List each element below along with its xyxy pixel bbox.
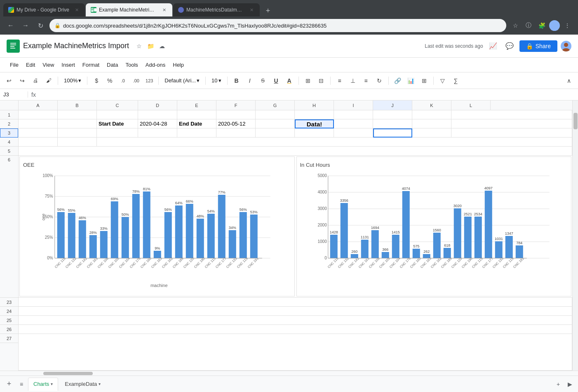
tab-drive-close[interactable]: ✕ (73, 7, 80, 13)
menu-dots-button[interactable]: ⋮ (562, 20, 573, 31)
tab-mm[interactable]: MachineMetricsDataImport ✕ (173, 3, 260, 16)
bold-button[interactable]: B (231, 75, 242, 86)
user-avatar[interactable] (561, 41, 571, 51)
borders-button[interactable]: ⊞ (302, 75, 314, 86)
cell-c3[interactable] (97, 128, 138, 138)
cell-a1[interactable] (19, 110, 58, 119)
url-bar[interactable]: 🔒 docs.google.com/spreadsheets/d/1j8n2rK… (49, 19, 506, 32)
menu-help[interactable]: Help (169, 60, 187, 70)
valign-button[interactable]: ⊥ (347, 75, 359, 86)
cells-row25[interactable] (19, 316, 572, 325)
zoom-select[interactable]: 100% ▾ (61, 75, 84, 86)
cell-g2[interactable] (256, 119, 295, 128)
forward-button[interactable]: → (20, 20, 31, 31)
underline-button[interactable]: U (270, 75, 282, 86)
cell-k2[interactable] (412, 119, 451, 128)
sheet-list-button[interactable]: ≡ (16, 379, 26, 389)
halign-button[interactable]: ≡ (334, 75, 345, 86)
filter-button[interactable]: ▽ (437, 75, 449, 86)
cell-f2[interactable]: 2020-05-12 (216, 119, 256, 128)
menu-data[interactable]: Data (103, 60, 121, 70)
menu-view[interactable]: View (39, 60, 57, 70)
scrollbar-thumb[interactable] (573, 113, 578, 129)
back-button[interactable]: ← (5, 20, 16, 31)
cell-rest4[interactable] (97, 138, 572, 147)
cell-b2[interactable] (58, 119, 97, 128)
cell-reference[interactable]: J3 (3, 91, 28, 98)
cell-j3[interactable] (373, 128, 412, 138)
fontsize-select[interactable]: 10 ▾ (209, 75, 223, 86)
cells-row23[interactable] (19, 298, 572, 307)
cell-a2[interactable] (19, 119, 58, 128)
new-tab-button[interactable]: + (262, 5, 274, 16)
insertcells-button[interactable]: ⊞ (418, 75, 430, 86)
cell-l3[interactable] (451, 128, 572, 138)
star-doc-button[interactable]: ☆ (134, 41, 144, 51)
chart-explore-button[interactable]: 📈 (486, 40, 500, 53)
add-sheet-button[interactable]: + (3, 378, 15, 390)
cell-g1[interactable] (256, 110, 295, 119)
cell-d3[interactable] (138, 128, 177, 138)
hscroll-thumb[interactable] (43, 372, 93, 375)
sheet-tab-charts[interactable]: Charts ▾ (28, 378, 58, 391)
cell-a4[interactable] (19, 138, 58, 147)
menu-insert[interactable]: Insert (58, 60, 78, 70)
cell-e2[interactable]: End Date (177, 119, 216, 128)
sheet-tab-exampledata[interactable]: ExampleData ▾ (60, 378, 106, 391)
star-button[interactable]: ☆ (510, 20, 521, 31)
cell-l1[interactable] (451, 110, 572, 119)
cell-h1[interactable] (295, 110, 334, 119)
print-button[interactable]: 🖨 (30, 75, 41, 86)
cloud-status-button[interactable]: ☁ (157, 41, 167, 51)
cell-k3[interactable] (412, 128, 451, 138)
menu-addons[interactable]: Add-ons (142, 60, 169, 70)
cell-j1[interactable] (373, 110, 412, 119)
menu-tools[interactable]: Tools (122, 60, 141, 70)
cell-c1[interactable] (97, 110, 138, 119)
fillcolor-button[interactable]: A (284, 75, 295, 86)
info-button[interactable]: ⓘ (523, 20, 534, 31)
move-to-button[interactable]: 📁 (146, 41, 155, 51)
cell-a3[interactable] (19, 128, 58, 138)
redo-button[interactable]: ↪ (16, 75, 28, 86)
percent-button[interactable]: % (104, 75, 115, 86)
decimal0-button[interactable]: .0 (117, 75, 129, 86)
undo-button[interactable]: ↩ (3, 75, 15, 86)
share-button[interactable]: 🔒 Share (519, 40, 557, 52)
hscroll-track[interactable] (19, 372, 578, 375)
cells-row24[interactable] (19, 307, 572, 316)
paintformat-button[interactable]: 🖌 (43, 75, 54, 86)
collapse-toolbar-button[interactable]: ∧ (563, 75, 575, 86)
tab-drive[interactable]: My Drive - Google Drive ✕ (3, 3, 85, 16)
tab-sheets-close[interactable]: ✕ (161, 7, 167, 13)
refresh-button[interactable]: ↻ (35, 20, 46, 31)
cell-k1[interactable] (412, 110, 451, 119)
cell-b1[interactable] (58, 110, 97, 119)
cell-rest5[interactable] (19, 147, 572, 156)
merge-button[interactable]: ⊟ (315, 75, 327, 86)
profile-avatar[interactable] (549, 20, 560, 31)
extensions-button[interactable]: 🧩 (536, 20, 547, 31)
vertical-scrollbar[interactable] (572, 100, 578, 371)
cells-row26[interactable] (19, 325, 572, 334)
rotate-button[interactable]: ↻ (374, 75, 385, 86)
cell-e3[interactable] (177, 128, 216, 138)
tab-sheets[interactable]: Example MachineMetrics Impo... ✕ (86, 3, 172, 16)
cell-c2[interactable]: Start Date (97, 119, 138, 128)
tab-mm-close[interactable]: ✕ (248, 7, 255, 13)
menu-edit[interactable]: Edit (23, 60, 38, 70)
cell-i1[interactable] (334, 110, 373, 119)
cell-d1[interactable] (138, 110, 177, 119)
cell-h3[interactable] (295, 128, 334, 138)
cell-b4[interactable] (58, 138, 97, 147)
insertchart-button[interactable]: 📊 (405, 75, 417, 86)
italic-button[interactable]: I (244, 75, 256, 86)
cell-f3[interactable] (216, 128, 256, 138)
menu-file[interactable]: File (7, 60, 22, 70)
strikethrough-button[interactable]: S (257, 75, 269, 86)
sheet-scroll-left[interactable]: + (553, 379, 563, 389)
currency-button[interactable]: $ (91, 75, 102, 86)
cell-j2[interactable] (373, 119, 412, 128)
cell-i2[interactable] (334, 119, 373, 128)
cell-d2[interactable]: 2020-04-28 (138, 119, 177, 128)
